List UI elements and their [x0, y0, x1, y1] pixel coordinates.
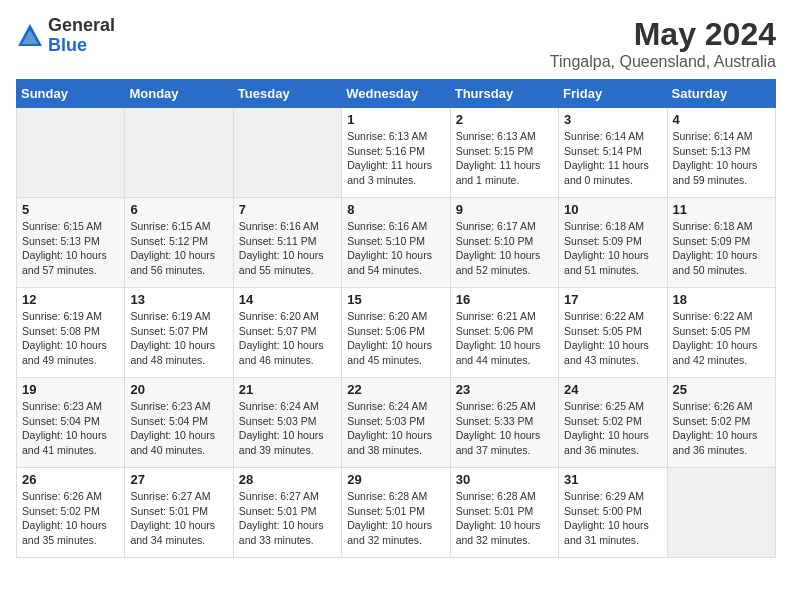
calendar-cell: 1Sunrise: 6:13 AM Sunset: 5:16 PM Daylig… — [342, 108, 450, 198]
day-number: 30 — [456, 472, 553, 487]
calendar-cell: 6Sunrise: 6:15 AM Sunset: 5:12 PM Daylig… — [125, 198, 233, 288]
day-content: Sunrise: 6:24 AM Sunset: 5:03 PM Dayligh… — [347, 399, 444, 458]
day-content: Sunrise: 6:16 AM Sunset: 5:11 PM Dayligh… — [239, 219, 336, 278]
calendar-cell: 21Sunrise: 6:24 AM Sunset: 5:03 PM Dayli… — [233, 378, 341, 468]
calendar-body: 1Sunrise: 6:13 AM Sunset: 5:16 PM Daylig… — [17, 108, 776, 558]
day-number: 26 — [22, 472, 119, 487]
day-number: 23 — [456, 382, 553, 397]
calendar-header: SundayMondayTuesdayWednesdayThursdayFrid… — [17, 80, 776, 108]
calendar-cell: 23Sunrise: 6:25 AM Sunset: 5:33 PM Dayli… — [450, 378, 558, 468]
day-content: Sunrise: 6:19 AM Sunset: 5:08 PM Dayligh… — [22, 309, 119, 368]
calendar-cell: 14Sunrise: 6:20 AM Sunset: 5:07 PM Dayli… — [233, 288, 341, 378]
day-number: 14 — [239, 292, 336, 307]
day-number: 8 — [347, 202, 444, 217]
calendar-week-1: 1Sunrise: 6:13 AM Sunset: 5:16 PM Daylig… — [17, 108, 776, 198]
day-content: Sunrise: 6:26 AM Sunset: 5:02 PM Dayligh… — [673, 399, 770, 458]
day-number: 24 — [564, 382, 661, 397]
day-content: Sunrise: 6:26 AM Sunset: 5:02 PM Dayligh… — [22, 489, 119, 548]
day-number: 28 — [239, 472, 336, 487]
day-number: 16 — [456, 292, 553, 307]
calendar-table: SundayMondayTuesdayWednesdayThursdayFrid… — [16, 79, 776, 558]
weekday-header-friday: Friday — [559, 80, 667, 108]
day-number: 15 — [347, 292, 444, 307]
calendar-title: May 2024 — [550, 16, 776, 53]
day-number: 20 — [130, 382, 227, 397]
day-number: 25 — [673, 382, 770, 397]
calendar-cell: 5Sunrise: 6:15 AM Sunset: 5:13 PM Daylig… — [17, 198, 125, 288]
calendar-cell: 24Sunrise: 6:25 AM Sunset: 5:02 PM Dayli… — [559, 378, 667, 468]
day-content: Sunrise: 6:22 AM Sunset: 5:05 PM Dayligh… — [673, 309, 770, 368]
calendar-cell — [233, 108, 341, 198]
calendar-cell: 10Sunrise: 6:18 AM Sunset: 5:09 PM Dayli… — [559, 198, 667, 288]
weekday-header-row: SundayMondayTuesdayWednesdayThursdayFrid… — [17, 80, 776, 108]
calendar-cell: 11Sunrise: 6:18 AM Sunset: 5:09 PM Dayli… — [667, 198, 775, 288]
day-content: Sunrise: 6:15 AM Sunset: 5:13 PM Dayligh… — [22, 219, 119, 278]
calendar-cell: 27Sunrise: 6:27 AM Sunset: 5:01 PM Dayli… — [125, 468, 233, 558]
day-content: Sunrise: 6:25 AM Sunset: 5:33 PM Dayligh… — [456, 399, 553, 458]
day-content: Sunrise: 6:18 AM Sunset: 5:09 PM Dayligh… — [564, 219, 661, 278]
day-content: Sunrise: 6:28 AM Sunset: 5:01 PM Dayligh… — [456, 489, 553, 548]
day-number: 27 — [130, 472, 227, 487]
day-content: Sunrise: 6:21 AM Sunset: 5:06 PM Dayligh… — [456, 309, 553, 368]
logo-text: General Blue — [48, 16, 115, 56]
day-content: Sunrise: 6:15 AM Sunset: 5:12 PM Dayligh… — [130, 219, 227, 278]
day-number: 10 — [564, 202, 661, 217]
calendar-cell: 15Sunrise: 6:20 AM Sunset: 5:06 PM Dayli… — [342, 288, 450, 378]
day-number: 6 — [130, 202, 227, 217]
calendar-cell — [667, 468, 775, 558]
logo-icon — [16, 22, 44, 50]
calendar-cell: 13Sunrise: 6:19 AM Sunset: 5:07 PM Dayli… — [125, 288, 233, 378]
day-content: Sunrise: 6:14 AM Sunset: 5:14 PM Dayligh… — [564, 129, 661, 188]
day-number: 7 — [239, 202, 336, 217]
title-block: May 2024 Tingalpa, Queensland, Australia — [550, 16, 776, 71]
day-content: Sunrise: 6:20 AM Sunset: 5:07 PM Dayligh… — [239, 309, 336, 368]
calendar-week-2: 5Sunrise: 6:15 AM Sunset: 5:13 PM Daylig… — [17, 198, 776, 288]
day-content: Sunrise: 6:13 AM Sunset: 5:15 PM Dayligh… — [456, 129, 553, 188]
day-content: Sunrise: 6:28 AM Sunset: 5:01 PM Dayligh… — [347, 489, 444, 548]
calendar-cell: 16Sunrise: 6:21 AM Sunset: 5:06 PM Dayli… — [450, 288, 558, 378]
day-number: 3 — [564, 112, 661, 127]
day-content: Sunrise: 6:22 AM Sunset: 5:05 PM Dayligh… — [564, 309, 661, 368]
calendar-cell: 9Sunrise: 6:17 AM Sunset: 5:10 PM Daylig… — [450, 198, 558, 288]
day-content: Sunrise: 6:16 AM Sunset: 5:10 PM Dayligh… — [347, 219, 444, 278]
calendar-cell: 30Sunrise: 6:28 AM Sunset: 5:01 PM Dayli… — [450, 468, 558, 558]
weekday-header-monday: Monday — [125, 80, 233, 108]
calendar-cell: 7Sunrise: 6:16 AM Sunset: 5:11 PM Daylig… — [233, 198, 341, 288]
weekday-header-thursday: Thursday — [450, 80, 558, 108]
logo: General Blue — [16, 16, 115, 56]
calendar-cell: 19Sunrise: 6:23 AM Sunset: 5:04 PM Dayli… — [17, 378, 125, 468]
day-content: Sunrise: 6:24 AM Sunset: 5:03 PM Dayligh… — [239, 399, 336, 458]
calendar-cell: 29Sunrise: 6:28 AM Sunset: 5:01 PM Dayli… — [342, 468, 450, 558]
day-number: 9 — [456, 202, 553, 217]
day-number: 2 — [456, 112, 553, 127]
calendar-cell: 4Sunrise: 6:14 AM Sunset: 5:13 PM Daylig… — [667, 108, 775, 198]
weekday-header-sunday: Sunday — [17, 80, 125, 108]
calendar-week-4: 19Sunrise: 6:23 AM Sunset: 5:04 PM Dayli… — [17, 378, 776, 468]
calendar-week-3: 12Sunrise: 6:19 AM Sunset: 5:08 PM Dayli… — [17, 288, 776, 378]
day-number: 21 — [239, 382, 336, 397]
day-content: Sunrise: 6:27 AM Sunset: 5:01 PM Dayligh… — [239, 489, 336, 548]
day-number: 29 — [347, 472, 444, 487]
calendar-cell: 22Sunrise: 6:24 AM Sunset: 5:03 PM Dayli… — [342, 378, 450, 468]
day-number: 19 — [22, 382, 119, 397]
calendar-cell — [125, 108, 233, 198]
calendar-cell: 20Sunrise: 6:23 AM Sunset: 5:04 PM Dayli… — [125, 378, 233, 468]
calendar-cell: 8Sunrise: 6:16 AM Sunset: 5:10 PM Daylig… — [342, 198, 450, 288]
day-number: 17 — [564, 292, 661, 307]
day-content: Sunrise: 6:20 AM Sunset: 5:06 PM Dayligh… — [347, 309, 444, 368]
calendar-subtitle: Tingalpa, Queensland, Australia — [550, 53, 776, 71]
day-content: Sunrise: 6:27 AM Sunset: 5:01 PM Dayligh… — [130, 489, 227, 548]
day-number: 11 — [673, 202, 770, 217]
day-number: 31 — [564, 472, 661, 487]
day-content: Sunrise: 6:14 AM Sunset: 5:13 PM Dayligh… — [673, 129, 770, 188]
calendar-cell: 26Sunrise: 6:26 AM Sunset: 5:02 PM Dayli… — [17, 468, 125, 558]
day-number: 22 — [347, 382, 444, 397]
day-number: 5 — [22, 202, 119, 217]
calendar-cell: 2Sunrise: 6:13 AM Sunset: 5:15 PM Daylig… — [450, 108, 558, 198]
day-number: 18 — [673, 292, 770, 307]
day-number: 12 — [22, 292, 119, 307]
day-content: Sunrise: 6:23 AM Sunset: 5:04 PM Dayligh… — [130, 399, 227, 458]
calendar-cell: 12Sunrise: 6:19 AM Sunset: 5:08 PM Dayli… — [17, 288, 125, 378]
weekday-header-wednesday: Wednesday — [342, 80, 450, 108]
day-content: Sunrise: 6:23 AM Sunset: 5:04 PM Dayligh… — [22, 399, 119, 458]
